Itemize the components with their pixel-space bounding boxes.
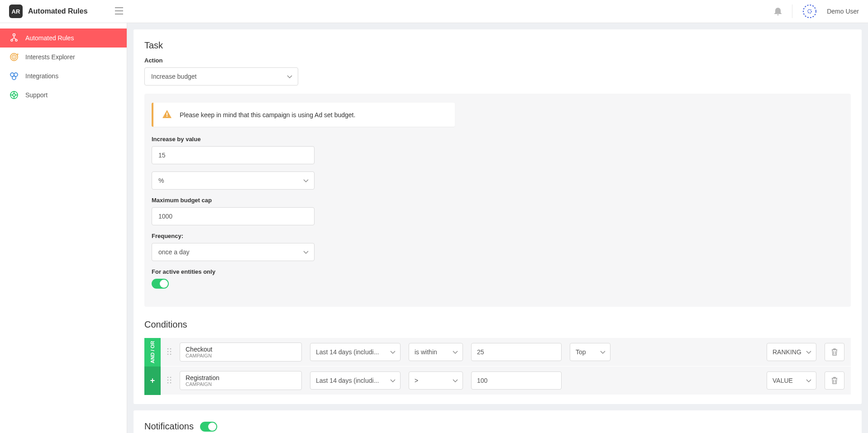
conditions-block: AND / OR + Checkout CAMPAIGN [144,338,851,395]
value-type: RANKING [773,348,801,356]
threshold-input[interactable]: 100 [471,371,562,390]
value-type-select[interactable]: VALUE [767,371,816,390]
operator-value: is within [415,348,437,356]
svg-point-18 [170,351,172,352]
metric-level: CAMPAIGN [186,381,296,387]
operator-value: > [415,377,418,384]
header: AR Automated Rules Demo User [0,0,868,23]
svg-point-2 [13,34,15,36]
sidebar: Automated Rules Interests Explorer Integ… [0,23,127,433]
svg-point-12 [13,94,15,96]
app-title: Automated Rules [28,7,88,15]
threshold-value: 25 [477,348,484,356]
value-type-select[interactable]: RANKING [767,343,816,361]
warning-banner: Please keep in mind that this campaign i… [152,103,455,127]
svg-point-21 [167,376,169,378]
svg-point-4 [15,39,17,41]
conditions-title: Conditions [144,319,851,330]
menu-toggle-icon[interactable] [115,7,123,16]
timeframe-value: Last 14 days (includi... [316,377,379,384]
svg-rect-13 [167,113,167,115]
user-name[interactable]: Demo User [827,8,859,15]
active-only-toggle[interactable] [152,279,169,289]
action-label: Action [144,57,851,64]
svg-point-20 [170,353,172,355]
svg-point-24 [170,379,172,381]
increase-label: Increase by value [152,136,844,143]
notifications-card: Notifications [134,410,862,433]
support-icon [9,90,19,100]
sidebar-item-integrations[interactable]: Integrations [0,67,127,86]
increase-unit-select[interactable]: % [152,171,315,190]
chevron-down-icon [453,348,458,356]
rules-icon [9,33,19,43]
frequency-label: Frequency: [152,233,844,239]
main-content: Task Action Increase budget Please keep … [127,23,868,433]
chevron-down-icon [287,73,292,80]
chevron-down-icon [600,348,606,356]
chevron-down-icon [390,348,396,356]
task-card: Task Action Increase budget Please keep … [134,29,862,404]
sidebar-item-support[interactable]: Support [0,86,127,105]
threshold-input[interactable]: 25 [471,343,562,361]
sidebar-item-label: Interests Explorer [25,53,75,61]
sidebar-item-label: Support [25,91,48,99]
delete-condition-button[interactable] [825,343,844,361]
svg-point-15 [167,348,169,349]
svg-point-1 [808,10,811,13]
rank-select[interactable]: Top [570,343,610,361]
metric-select[interactable]: Checkout CAMPAIGN [180,343,302,362]
notifications-title: Notifications [144,421,194,432]
svg-point-16 [170,348,172,349]
svg-point-26 [170,382,172,383]
metric-level: CAMPAIGN [186,353,296,358]
svg-point-22 [170,376,172,378]
svg-point-23 [167,379,169,381]
sidebar-item-interests-explorer[interactable]: Interests Explorer [0,48,127,67]
metric-name: Registration [186,374,296,381]
svg-rect-14 [167,116,167,117]
timeframe-select[interactable]: Last 14 days (includi... [310,371,401,390]
chevron-down-icon [303,248,309,256]
operator-select[interactable]: is within [409,343,463,361]
notifications-toggle[interactable] [200,422,217,432]
condition-andor-toggle[interactable]: AND / OR [144,338,161,366]
action-select[interactable]: Increase budget [144,67,298,86]
chevron-down-icon [806,348,811,356]
sidebar-item-automated-rules[interactable]: Automated Rules [0,29,127,48]
action-value: Increase budget [151,73,196,80]
operator-select[interactable]: > [409,371,463,390]
drag-handle-icon[interactable] [167,348,172,357]
svg-point-19 [167,353,169,355]
threshold-value: 100 [477,377,487,384]
increase-unit-value: % [158,177,164,184]
max-cap-label: Maximum budget cap [152,197,844,204]
condition-row: Registration CAMPAIGN Last 14 days (incl… [161,366,851,395]
action-details: Please keep in mind that this campaign i… [144,94,851,307]
notifications-icon[interactable] [774,6,782,17]
svg-point-10 [12,76,16,80]
rank-value: Top [576,348,586,356]
timeframe-value: Last 14 days (includi... [316,348,379,356]
metric-select[interactable]: Registration CAMPAIGN [180,371,302,390]
logo-badge: AR [9,5,23,18]
drag-handle-icon[interactable] [167,376,172,385]
condition-row: Checkout CAMPAIGN Last 14 days (includi.… [161,338,851,366]
chevron-down-icon [806,377,811,384]
svg-point-25 [167,382,169,383]
header-divider [792,5,792,18]
active-only-label: For active entities only [152,268,844,275]
delete-condition-button[interactable] [825,371,844,390]
chevron-down-icon [390,377,396,384]
target-icon [9,52,19,62]
max-cap-input[interactable] [152,207,315,225]
avatar[interactable] [802,4,817,19]
add-condition-button[interactable]: + [144,366,161,395]
value-type: VALUE [773,377,793,384]
frequency-select[interactable]: once a day [152,243,315,261]
timeframe-select[interactable]: Last 14 days (includi... [310,343,401,361]
increase-value-input[interactable] [152,146,315,164]
sidebar-item-label: Integrations [25,72,58,80]
warning-text: Please keep in mind that this campaign i… [180,111,355,119]
metric-name: Checkout [186,346,296,353]
